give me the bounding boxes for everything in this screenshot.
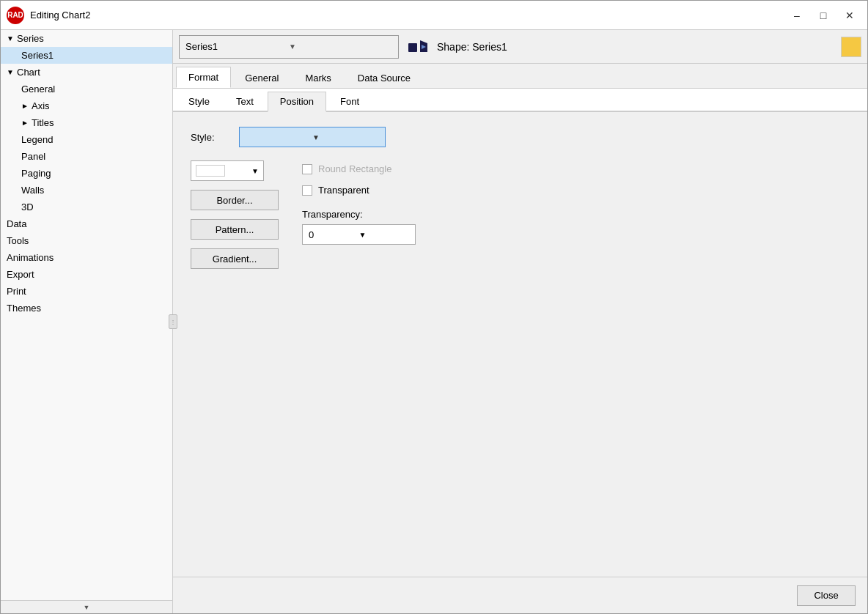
two-col-section: ▼ Border... Pattern... Gradient...	[191, 160, 850, 269]
close-button[interactable]: Close	[797, 585, 856, 606]
round-rectangle-row: Round Rectangle	[302, 163, 416, 174]
sidebar-item-label: Titles	[32, 117, 54, 128]
shape-series-icon	[407, 37, 429, 56]
sidebar: ▼ Series Series1 ▼ Chart General	[1, 30, 173, 613]
sidebar-item-3d[interactable]: 3D	[1, 199, 172, 215]
sidebar-item-label: Export	[7, 269, 34, 280]
panel-content: Style: ▼ ▼ Border...	[173, 112, 867, 577]
sidebar-item-label: General	[21, 84, 55, 95]
window-title: Editing Chart2	[30, 10, 785, 21]
sidebar-item-label: Data	[7, 218, 26, 229]
border-button[interactable]: Border...	[191, 190, 279, 210]
series-bar: Series1 ▼ Shape: Series1	[173, 30, 867, 64]
svg-rect-0	[408, 43, 417, 52]
sidebar-item-paging[interactable]: Paging	[1, 165, 172, 182]
sidebar-item-label: Series	[17, 33, 44, 44]
sidebar-item-print[interactable]: Print	[1, 283, 172, 300]
sidebar-item-label: Legend	[21, 134, 53, 145]
left-col: ▼ Border... Pattern... Gradient...	[191, 160, 279, 269]
sidebar-scroll[interactable]: ▼ Series Series1 ▼ Chart General	[1, 30, 172, 600]
tab-general[interactable]: General	[232, 67, 291, 88]
sidebar-scroll-down[interactable]: ▼	[1, 600, 172, 613]
sidebar-item-animations[interactable]: Animations	[1, 249, 172, 266]
maximize-button[interactable]: □	[812, 7, 835, 24]
style-select[interactable]: ▼	[239, 127, 386, 147]
sidebar-item-chart[interactable]: ▼ Chart	[1, 64, 172, 81]
sidebar-item-titles[interactable]: ► Titles	[1, 114, 172, 131]
logo-text: RAD	[7, 11, 23, 19]
round-rectangle-label: Round Rectangle	[318, 163, 391, 174]
transparency-select[interactable]: 0 ▼	[302, 224, 416, 245]
transparency-value: 0	[309, 229, 359, 240]
tabs-row2: Style Text Position Font	[173, 89, 867, 112]
transparency-arrow: ▼	[359, 231, 410, 239]
round-rectangle-checkbox[interactable]	[302, 164, 312, 174]
sidebar-item-axis[interactable]: ► Axis	[1, 97, 172, 114]
bottom-bar: Close	[173, 577, 867, 613]
transparency-label: Transparency:	[302, 209, 416, 220]
sidebar-item-label: Panel	[21, 151, 45, 162]
gradient-button[interactable]: Gradient...	[191, 248, 279, 269]
sidebar-item-data[interactable]: Data	[1, 215, 172, 232]
expand-arrow: ▼	[7, 68, 17, 76]
shape-icon-container	[405, 35, 431, 59]
main-window: RAD Editing Chart2 – □ ✕ ▼ Series Series…	[0, 0, 868, 614]
minimize-button[interactable]: –	[785, 7, 809, 24]
sidebar-item-walls[interactable]: Walls	[1, 182, 172, 199]
sidebar-item-label: Walls	[21, 185, 44, 196]
transparency-section: Transparency: 0 ▼	[302, 209, 416, 245]
tab-data-source[interactable]: Data Source	[345, 67, 423, 88]
sidebar-item-label: Paging	[21, 168, 51, 179]
sidebar-item-label: Animations	[7, 252, 54, 263]
sidebar-item-export[interactable]: Export	[1, 266, 172, 283]
tab-marks[interactable]: Marks	[293, 67, 343, 88]
sidebar-item-series[interactable]: ▼ Series	[1, 30, 172, 47]
series-dropdown-arrow: ▼	[289, 42, 392, 51]
close-window-button[interactable]: ✕	[838, 7, 861, 24]
app-logo: RAD	[7, 7, 24, 24]
sidebar-item-label: Print	[7, 286, 26, 297]
sidebar-wrapper: ▼ Series Series1 ▼ Chart General	[1, 30, 173, 613]
sidebar-item-label: Chart	[17, 67, 40, 78]
sidebar-item-label: Axis	[32, 100, 50, 111]
sidebar-item-general[interactable]: General	[1, 81, 172, 97]
sidebar-item-label: Themes	[7, 303, 41, 314]
expand-arrow: ►	[21, 102, 32, 110]
tab-style[interactable]: Style	[176, 92, 222, 111]
expand-arrow: ►	[21, 119, 32, 127]
color-select-arrow: ▼	[251, 167, 259, 175]
transparent-row: Transparent	[302, 185, 416, 196]
shape-label: Shape: Series1	[437, 41, 507, 53]
tab-position[interactable]: Position	[268, 92, 326, 112]
sidebar-item-label: Series1	[21, 50, 54, 61]
tab-text[interactable]: Text	[224, 92, 266, 111]
tab-font[interactable]: Font	[328, 92, 372, 111]
expand-arrow: ▼	[7, 34, 17, 42]
sidebar-item-legend[interactable]: Legend	[1, 131, 172, 148]
transparent-label: Transparent	[318, 185, 369, 196]
title-bar: RAD Editing Chart2 – □ ✕	[1, 1, 867, 30]
tabs-row1: Format General Marks Data Source	[173, 64, 867, 89]
sidebar-item-tools[interactable]: Tools	[1, 232, 172, 249]
transparent-checkbox[interactable]	[302, 185, 312, 196]
sidebar-item-panel[interactable]: Panel	[1, 148, 172, 165]
main-panel: Series1 ▼ Shape: Series1 Format General	[173, 30, 867, 613]
sidebar-item-label: 3D	[21, 201, 34, 212]
style-label: Style:	[191, 132, 227, 143]
style-row: Style: ▼	[191, 127, 850, 147]
right-col: Round Rectangle Transparent Transparency…	[302, 160, 416, 245]
color-select[interactable]: ▼	[191, 160, 264, 181]
sidebar-item-themes[interactable]: Themes	[1, 300, 172, 317]
content-area: ▼ Series Series1 ▼ Chart General	[1, 30, 867, 613]
tab-format[interactable]: Format	[176, 67, 231, 88]
color-preview	[196, 165, 225, 177]
series-dropdown[interactable]: Series1 ▼	[179, 35, 399, 59]
color-swatch	[841, 37, 861, 57]
sidebar-item-series1[interactable]: Series1	[1, 47, 172, 64]
sidebar-item-label: Tools	[7, 235, 29, 246]
splitter-handle[interactable]: ⋮	[169, 314, 177, 329]
window-controls: – □ ✕	[785, 7, 861, 24]
pattern-button[interactable]: Pattern...	[191, 219, 279, 240]
style-select-arrow: ▼	[312, 133, 379, 141]
series-dropdown-value: Series1	[185, 41, 289, 52]
